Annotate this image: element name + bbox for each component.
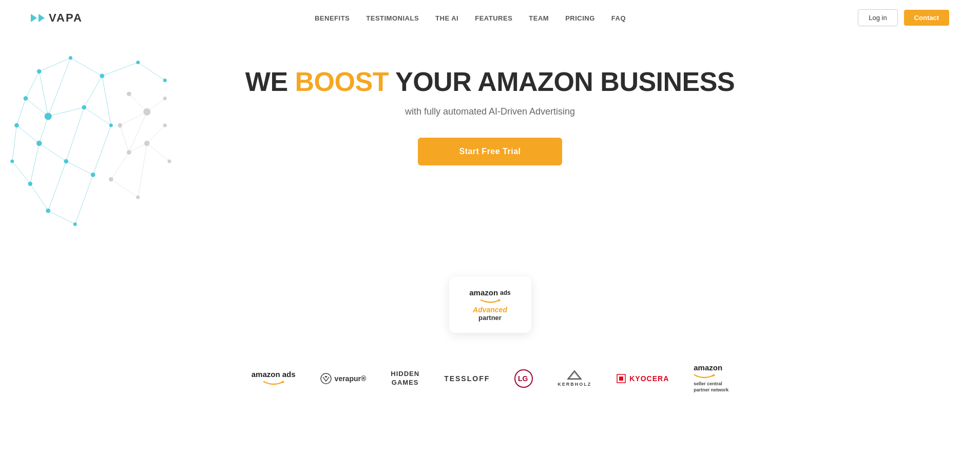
logo-kyocera-text: KYOCERA bbox=[629, 374, 669, 383]
svg-point-52 bbox=[46, 209, 50, 213]
svg-line-34 bbox=[111, 153, 129, 180]
svg-point-63 bbox=[136, 196, 140, 199]
logo-hidden-games-text: HIDDENGAMES bbox=[391, 370, 419, 387]
badge-ads-text: ads bbox=[500, 289, 511, 296]
svg-line-25 bbox=[75, 175, 93, 224]
svg-line-21 bbox=[30, 143, 40, 184]
badge-partner: partner bbox=[468, 314, 513, 322]
nav-pricing[interactable]: PRICING bbox=[565, 14, 595, 22]
logo-verapur: verapur® bbox=[320, 373, 367, 384]
hero-title-prefix: WE bbox=[245, 67, 295, 97]
svg-line-19 bbox=[12, 125, 17, 161]
svg-point-46 bbox=[14, 123, 19, 128]
kyocera-icon bbox=[616, 373, 626, 384]
logo-amazon-ads-smile bbox=[263, 380, 284, 385]
verapur-icon bbox=[320, 373, 332, 384]
nav-benefits[interactable]: BENEFITS bbox=[315, 14, 350, 22]
svg-point-49 bbox=[91, 173, 95, 177]
svg-line-30 bbox=[129, 112, 147, 153]
logo-amazon-seller-smile bbox=[694, 373, 715, 379]
logo-icon bbox=[31, 14, 45, 22]
nav-faq[interactable]: FAQ bbox=[611, 14, 626, 22]
kerbholz-icon bbox=[567, 370, 582, 380]
svg-line-17 bbox=[66, 161, 93, 175]
svg-line-36 bbox=[138, 143, 147, 197]
svg-line-24 bbox=[48, 211, 75, 224]
logo-kerbholz: KERBHOLZ bbox=[558, 370, 591, 387]
svg-point-57 bbox=[118, 123, 122, 128]
svg-point-61 bbox=[168, 160, 171, 163]
svg-point-66 bbox=[321, 373, 331, 384]
badge-section: amazon ads Advanced partner bbox=[0, 277, 980, 333]
badge-amazon-text: amazon bbox=[469, 288, 498, 297]
svg-point-60 bbox=[163, 124, 167, 127]
nav-testimonials[interactable]: TESTIMONIALS bbox=[366, 14, 419, 22]
logo-verapur-text: verapur® bbox=[335, 374, 367, 383]
svg-point-59 bbox=[144, 141, 150, 146]
badge-brand: amazon ads bbox=[468, 288, 513, 297]
nav-team[interactable]: TEAM bbox=[529, 14, 549, 22]
svg-point-48 bbox=[64, 159, 68, 164]
svg-line-18 bbox=[93, 125, 111, 175]
logo-amazon-seller-sub: seller centralpartner network bbox=[694, 381, 728, 393]
logo-kerbholz-text: KERBHOLZ bbox=[558, 382, 591, 387]
amazon-smile-icon bbox=[480, 298, 501, 304]
hero-title: WE BOOST YOUR AMAZON BUSINESS bbox=[10, 66, 970, 97]
logo-amazon-seller: amazon seller centralpartner network bbox=[694, 364, 728, 393]
amazon-badge: amazon ads Advanced partner bbox=[449, 277, 531, 333]
nav-the-ai[interactable]: THE AI bbox=[435, 14, 458, 22]
logo-amazon-ads-text: amazon ads bbox=[252, 370, 296, 378]
lg-icon: LG bbox=[514, 369, 533, 388]
logo-tessloff: TESSLOFF bbox=[444, 374, 490, 383]
svg-point-38 bbox=[69, 56, 72, 60]
svg-point-50 bbox=[10, 160, 14, 163]
logos-section: amazon ads verapur® HIDDENGAMES TESSLOFF… bbox=[0, 353, 980, 414]
svg-point-47 bbox=[36, 141, 42, 146]
logo[interactable]: VAPA bbox=[31, 11, 83, 25]
svg-line-20 bbox=[12, 161, 30, 184]
nav-links: BENEFITS TESTIMONIALS THE AI FEATURES TE… bbox=[315, 13, 626, 23]
svg-point-56 bbox=[163, 97, 167, 100]
logo-hidden-games: HIDDENGAMES bbox=[391, 370, 419, 387]
svg-point-58 bbox=[127, 150, 131, 155]
svg-line-22 bbox=[30, 184, 48, 211]
login-button[interactable]: Log in bbox=[858, 9, 897, 26]
svg-line-32 bbox=[147, 125, 165, 143]
svg-point-51 bbox=[28, 181, 32, 186]
svg-point-40 bbox=[136, 61, 140, 64]
svg-line-15 bbox=[39, 143, 66, 161]
logo-amazon-seller-text: amazon bbox=[694, 364, 728, 371]
svg-line-35 bbox=[111, 179, 138, 197]
svg-point-62 bbox=[109, 177, 113, 182]
contact-button[interactable]: Contact bbox=[904, 10, 949, 26]
start-trial-button[interactable]: Start Free Trial bbox=[418, 138, 562, 165]
logo-lg: LG bbox=[514, 369, 533, 388]
logo-tessloff-text: TESSLOFF bbox=[444, 374, 490, 383]
svg-line-31 bbox=[129, 143, 147, 153]
svg-line-23 bbox=[48, 161, 66, 211]
svg-line-29 bbox=[120, 125, 129, 153]
hero-title-boost: BOOST bbox=[295, 67, 389, 97]
navbar: VAPA BENEFITS TESTIMONIALS THE AI FEATUR… bbox=[0, 0, 980, 35]
svg-line-14 bbox=[39, 117, 48, 144]
nav-features[interactable]: FEATURES bbox=[475, 14, 512, 22]
hero-subtitle: with fully automated AI-Driven Advertisi… bbox=[10, 106, 970, 117]
svg-line-33 bbox=[147, 143, 169, 161]
svg-line-13 bbox=[17, 125, 40, 143]
hero-title-suffix: YOUR AMAZON BUSINESS bbox=[389, 67, 735, 97]
hero-section: WE BOOST YOUR AMAZON BUSINESS with fully… bbox=[0, 35, 980, 251]
nav-actions: Log in Contact bbox=[858, 9, 949, 26]
logo-amazon-ads: amazon ads bbox=[252, 370, 296, 387]
svg-rect-72 bbox=[619, 377, 623, 381]
logo-kyocera: KYOCERA bbox=[616, 373, 669, 384]
logo-text: VAPA bbox=[49, 11, 83, 25]
svg-point-45 bbox=[109, 124, 113, 127]
svg-text:LG: LG bbox=[518, 374, 528, 383]
badge-advanced: Advanced bbox=[468, 306, 513, 314]
svg-point-53 bbox=[73, 222, 77, 226]
